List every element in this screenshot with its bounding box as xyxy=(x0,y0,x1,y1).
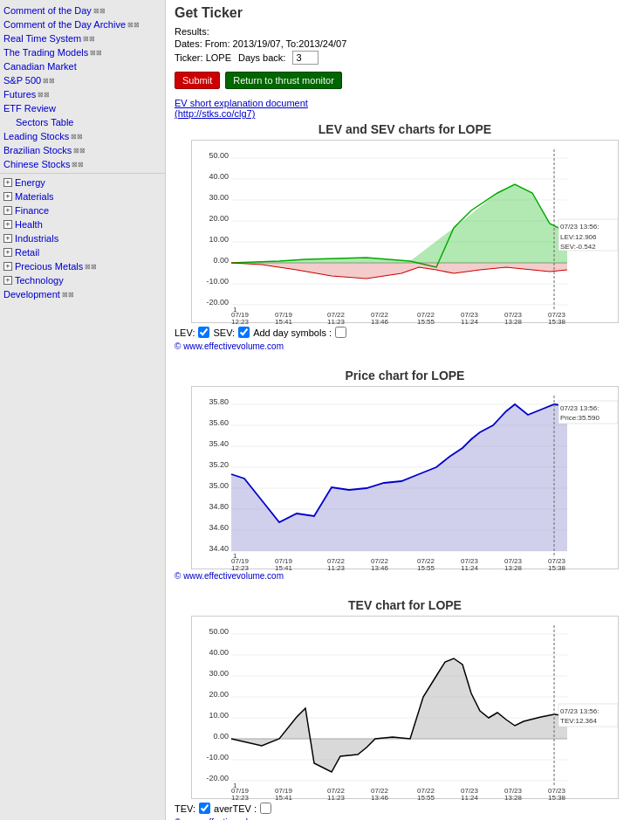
sidebar-item-futures[interactable]: Futures ⊠⊠ xyxy=(0,87,165,101)
svg-text:13:46: 13:46 xyxy=(371,564,389,570)
svg-text:13:46: 13:46 xyxy=(371,794,389,800)
sidebar-item-chinese[interactable]: Chinese Stocks ⊠⊠ xyxy=(0,157,165,171)
svg-text:40.00: 40.00 xyxy=(209,172,229,181)
finance-label: Finance xyxy=(15,205,49,216)
plus-icon: + xyxy=(3,178,12,187)
leading-label: Leading Stocks xyxy=(3,131,69,141)
submit-button[interactable]: Submit xyxy=(175,72,220,89)
sidebar-item-comment-day[interactable]: Comment of the Day ⊠⊠ xyxy=(0,3,165,17)
futures-label: Futures xyxy=(3,89,36,100)
sev-checkbox[interactable] xyxy=(238,327,250,338)
sidebar-item-industrials[interactable]: + Industrials xyxy=(0,231,165,245)
svg-text:15:41: 15:41 xyxy=(275,564,293,570)
svg-text:30.00: 30.00 xyxy=(209,193,229,202)
ext-icon: ⊠⊠ xyxy=(90,49,102,57)
sidebar-item-retail[interactable]: + Retail xyxy=(0,245,165,259)
tev-checkbox[interactable] xyxy=(199,803,210,814)
svg-text:20.00: 20.00 xyxy=(209,214,229,223)
svg-text:11:24: 11:24 xyxy=(461,318,479,324)
svg-text:11:24: 11:24 xyxy=(461,794,479,800)
tev-label: TEV: xyxy=(175,803,195,814)
aver-tev-label: averTEV : xyxy=(214,803,257,814)
dates-line: Dates: From: 2013/19/07, To:2013/24/07 xyxy=(175,38,635,49)
chinese-label: Chinese Stocks xyxy=(3,159,70,169)
materials-label: Materials xyxy=(15,191,54,202)
days-back-input[interactable] xyxy=(292,51,319,65)
svg-marker-17 xyxy=(231,184,567,263)
chart1-copyright: © www.effectivevolume.com xyxy=(175,341,635,351)
retail-label: Retail xyxy=(15,247,39,258)
sidebar-item-sectors-table[interactable]: Sectors Table xyxy=(0,115,165,129)
add-day-checkbox[interactable] xyxy=(335,327,346,338)
svg-text:-20.00: -20.00 xyxy=(206,298,229,307)
sidebar-item-finance[interactable]: + Finance xyxy=(0,203,165,217)
ext-icon: ⊠⊠ xyxy=(62,291,74,299)
sidebar-item-precious-metals[interactable]: + Precious Metals ⊠⊠ xyxy=(0,259,165,273)
sidebar-item-etf[interactable]: ETF Review xyxy=(0,101,165,115)
svg-text:30.00: 30.00 xyxy=(209,669,229,678)
results-label: Results: xyxy=(175,26,635,37)
sidebar-item-comment-day-archive[interactable]: Comment of the Day Archive ⊠⊠ xyxy=(0,17,165,31)
chart3-title: TEV chart for LOPE xyxy=(175,598,635,612)
svg-text:12:23: 12:23 xyxy=(231,564,250,570)
sidebar: Comment of the Day ⊠⊠ Comment of the Day… xyxy=(0,0,166,820)
chart2-title: Price chart for LOPE xyxy=(175,369,635,382)
ext-icon: ⊠⊠ xyxy=(127,21,140,29)
svg-text:15:38: 15:38 xyxy=(548,564,566,570)
svg-text:35.80: 35.80 xyxy=(209,397,229,406)
sidebar-item-development[interactable]: Development ⊠⊠ xyxy=(0,287,165,301)
svg-text:40.00: 40.00 xyxy=(209,648,229,657)
etf-label: ETF Review xyxy=(3,103,56,114)
svg-text:LEV:12.906: LEV:12.906 xyxy=(560,233,597,241)
plus-icon: + xyxy=(3,248,12,257)
svg-text:TEV:12.364: TEV:12.364 xyxy=(560,717,598,725)
sidebar-item-technology[interactable]: + Technology xyxy=(0,273,165,287)
svg-text:07/23 13:56:: 07/23 13:56: xyxy=(560,707,599,715)
industrials-label: Industrials xyxy=(15,233,58,244)
svg-text:07/23 13:56:: 07/23 13:56: xyxy=(560,404,599,412)
svg-text:13:28: 13:28 xyxy=(504,564,523,570)
svg-text:13:28: 13:28 xyxy=(504,318,523,324)
chart1-container: 50.00 40.00 30.00 20.00 10.00 0.00 -10.0… xyxy=(191,140,619,323)
svg-text:1: 1 xyxy=(233,782,237,789)
chart1-svg: 50.00 40.00 30.00 20.00 10.00 0.00 -10.0… xyxy=(192,141,620,324)
svg-text:0.00: 0.00 xyxy=(213,256,229,265)
sidebar-item-sp500[interactable]: S&P 500 ⊠⊠ xyxy=(0,73,165,87)
ext-icon: ⊠⊠ xyxy=(73,147,86,155)
health-label: Health xyxy=(15,219,43,230)
tev-chart-section: TEV chart for LOPE 50.00 40.00 30.00 20.… xyxy=(175,598,635,820)
ev-short-link[interactable]: EV short explanation document (http://st… xyxy=(175,98,635,119)
svg-marker-57 xyxy=(231,404,567,551)
chart2-container: 35.80 35.60 35.40 35.20 35.00 34.80 34.6… xyxy=(191,386,619,569)
svg-marker-18 xyxy=(231,263,567,279)
sidebar-item-leading[interactable]: Leading Stocks ⊠⊠ xyxy=(0,129,165,143)
sidebar-item-trading-models[interactable]: The Trading Models ⊠⊠ xyxy=(0,45,165,59)
svg-text:34.80: 34.80 xyxy=(209,502,229,511)
days-back-label: Days back: xyxy=(238,52,285,63)
trading-models-label: The Trading Models xyxy=(3,47,88,58)
sidebar-item-real-time[interactable]: Real Time System ⊠⊠ xyxy=(0,31,165,45)
lev-checkbox[interactable] xyxy=(198,327,209,338)
svg-text:15:41: 15:41 xyxy=(275,318,293,324)
plus-icon: + xyxy=(3,276,12,285)
sidebar-item-canadian[interactable]: Canadian Market xyxy=(0,59,165,73)
svg-text:15:55: 15:55 xyxy=(417,564,435,570)
svg-text:35.00: 35.00 xyxy=(209,481,229,490)
svg-marker-96 xyxy=(231,658,567,772)
energy-label: Energy xyxy=(15,177,45,188)
ext-icon: ⊠⊠ xyxy=(72,161,84,169)
sidebar-item-energy[interactable]: + Energy xyxy=(0,176,165,189)
svg-text:-10.00: -10.00 xyxy=(206,753,229,761)
svg-text:15:55: 15:55 xyxy=(417,318,435,324)
sidebar-item-materials[interactable]: + Materials xyxy=(0,189,165,203)
return-button[interactable]: Return to thrust monitor xyxy=(225,72,342,89)
svg-text:12:23: 12:23 xyxy=(231,794,250,800)
sev-label: SEV: xyxy=(213,327,235,338)
sidebar-item-brazilian[interactable]: Brazilian Stocks ⊠⊠ xyxy=(0,143,165,157)
svg-text:1: 1 xyxy=(233,552,237,560)
results-box: Results: Dates: From: 2013/19/07, To:201… xyxy=(175,26,635,65)
sidebar-item-health[interactable]: + Health xyxy=(0,217,165,231)
svg-text:15:38: 15:38 xyxy=(548,318,566,324)
chart3-svg: 50.00 40.00 30.00 20.00 10.00 0.00 -10.0… xyxy=(192,617,620,800)
aver-tev-checkbox[interactable] xyxy=(260,803,271,814)
